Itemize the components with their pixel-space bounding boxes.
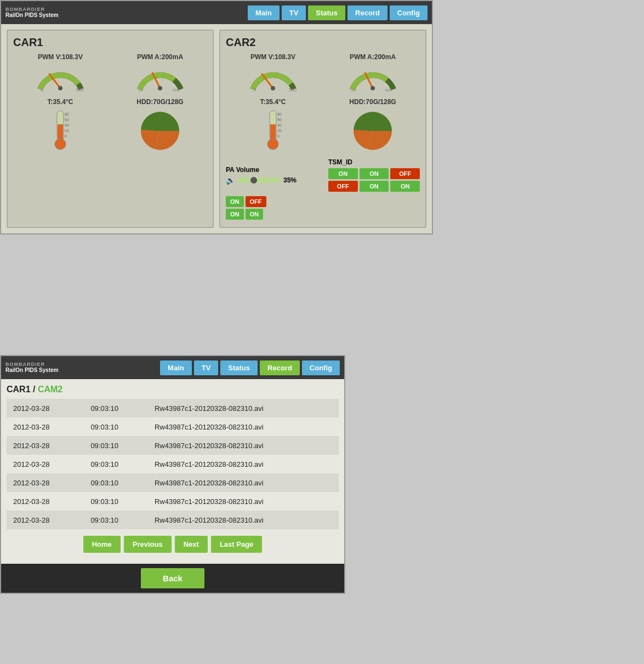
tsm-on-off-grid: ON ON OFF OFF ON ON — [328, 168, 420, 192]
pa-slider-thumb[interactable] — [250, 177, 257, 184]
pagination-next[interactable]: Next — [175, 536, 208, 553]
car2-gauges: PWM V:108.3V 0 140 PWM A:200mA — [226, 53, 420, 94]
status-nav-status[interactable]: Status — [308, 5, 345, 20]
record-date: 2012-03-28 — [7, 492, 84, 511]
svg-text:20: 20 — [65, 129, 69, 133]
car2-title: CAR2 — [226, 36, 420, 49]
record-time: 09:03:10 — [84, 436, 148, 455]
status-nav-tv[interactable]: TV — [282, 5, 306, 20]
pa-slider-track[interactable] — [237, 178, 281, 183]
car1-amp-gauge: 50 480 — [137, 63, 184, 91]
status-nav-record[interactable]: Record — [347, 5, 387, 20]
tsm-btn-on1[interactable]: ON — [328, 168, 358, 179]
tsm-btn-off2[interactable]: OFF — [328, 181, 358, 192]
pa-slider-row: 🔈 35% — [226, 176, 317, 185]
on-off-row1: ON OFF — [226, 196, 420, 207]
record-date: 2012-03-28 — [7, 417, 84, 436]
record-file: Rw43987c1-20120328-082310.avi — [148, 399, 339, 417]
status-window: BOMBARDIER RailOn PIDS System Main TV St… — [0, 0, 433, 234]
svg-text:40: 40 — [277, 123, 282, 127]
table-row[interactable]: 2012-03-28 09:03:10 Rw43987c1-20120328-0… — [7, 455, 339, 473]
car2-amp-gauge: 50 480 — [350, 63, 396, 91]
car2-thermo-row: T:35.4°C 80 60 40 20 0 HD — [226, 98, 420, 154]
table-row[interactable]: 2012-03-28 09:03:10 Rw43987c1-20120328-0… — [7, 511, 339, 529]
tsm-btn-on4[interactable]: ON — [390, 181, 420, 192]
record-file: Rw43987c1-20120328-082310.avi — [148, 473, 339, 492]
record-header: BOMBARDIER RailOn PIDS System Main TV St… — [1, 356, 344, 379]
svg-point-10 — [58, 86, 62, 90]
svg-text:50: 50 — [351, 88, 356, 93]
extra-on2[interactable]: ON — [226, 209, 244, 220]
pagination-last[interactable]: Last Page — [211, 536, 262, 553]
car2-pwm-a: PWM A:200mA 50 480 — [326, 53, 420, 94]
svg-text:0: 0 — [253, 87, 256, 93]
car2-hdd-pie — [348, 108, 397, 152]
tsm-btn-on2[interactable]: ON — [360, 168, 389, 179]
record-file: Rw43987c1-20120328-082310.avi — [148, 436, 339, 455]
car2-panel: CAR2 PWM V:108.3V 0 140 — [219, 30, 426, 228]
record-nav-config[interactable]: Config — [302, 360, 340, 375]
breadcrumb-car: CAR1 — [7, 385, 31, 394]
table-row[interactable]: 2012-03-28 09:03:10 Rw43987c1-20120328-0… — [7, 417, 339, 436]
svg-text:0: 0 — [277, 134, 280, 138]
pagination-previous[interactable]: Previous — [124, 536, 172, 553]
status-nav-config[interactable]: Config — [390, 5, 428, 20]
svg-text:50: 50 — [138, 88, 143, 93]
car2-hdd: HDD:70G/128G — [326, 98, 420, 154]
status-content: CAR1 PWM V:108.3V 0 140 — [1, 24, 432, 233]
extra-on-off: ON OFF ON ON — [226, 196, 420, 220]
table-row[interactable]: 2012-03-28 09:03:10 Rw43987c1-20120328-0… — [7, 473, 339, 492]
speaker-icon: 🔈 — [226, 176, 235, 185]
back-button[interactable]: Back — [141, 568, 204, 588]
record-window: BOMBARDIER RailOn PIDS System Main TV St… — [0, 355, 345, 594]
car1-thermometer: 80 60 40 20 0 — [49, 108, 71, 152]
pagination-home[interactable]: Home — [83, 536, 121, 553]
record-date: 2012-03-28 — [7, 455, 84, 473]
table-row[interactable]: 2012-03-28 09:03:10 Rw43987c1-20120328-0… — [7, 492, 339, 511]
record-time: 09:03:10 — [84, 492, 148, 511]
car1-hdd: HDD:70G/128G — [113, 98, 207, 154]
table-row[interactable]: 2012-03-28 09:03:10 Rw43987c1-20120328-0… — [7, 436, 339, 455]
record-date: 2012-03-28 — [7, 511, 84, 529]
pa-volume-section: PA Volume 🔈 35% — [226, 166, 317, 185]
record-footer: Back — [1, 564, 344, 593]
status-nav-main[interactable]: Main — [248, 5, 280, 20]
car1-panel: CAR1 PWM V:108.3V 0 140 — [7, 30, 214, 228]
record-date: 2012-03-28 — [7, 399, 84, 417]
record-time: 09:03:10 — [84, 455, 148, 473]
car1-pwm-a: PWM A:200mA 50 480 — [113, 53, 207, 94]
svg-text:40: 40 — [65, 123, 69, 127]
tsm-btn-off1[interactable]: OFF — [390, 168, 420, 179]
breadcrumb-cam: CAM2 — [38, 385, 62, 394]
svg-point-14 — [158, 86, 162, 90]
record-pagination: Home Previous Next Last Page — [7, 536, 339, 553]
tsm-section: TSM_ID ON ON OFF OFF ON ON — [328, 158, 420, 192]
svg-point-35 — [267, 139, 278, 150]
pa-tsm-row: PA Volume 🔈 35% TSM_ID ON — [226, 158, 420, 192]
tsm-btn-on3[interactable]: ON — [360, 181, 389, 192]
record-file: Rw43987c1-20120328-082310.avi — [148, 492, 339, 511]
table-row[interactable]: 2012-03-28 09:03:10 Rw43987c1-20120328-0… — [7, 399, 339, 417]
record-nav-record[interactable]: Record — [260, 360, 300, 375]
record-nav-main[interactable]: Main — [160, 360, 192, 375]
extra-on3[interactable]: ON — [246, 209, 264, 220]
car1-thermo-row: T:35.4°C 80 60 40 20 0 HD — [13, 98, 207, 154]
record-nav-tv[interactable]: TV — [194, 360, 219, 375]
record-nav-status[interactable]: Status — [220, 360, 258, 375]
extra-on1[interactable]: ON — [226, 196, 244, 207]
record-date: 2012-03-28 — [7, 436, 84, 455]
record-content: CAR1 / CAM2 2012-03-28 09:03:10 Rw43987c… — [1, 379, 344, 564]
svg-text:140: 140 — [288, 87, 297, 93]
pa-percent: 35% — [283, 176, 297, 184]
extra-off1[interactable]: OFF — [246, 196, 266, 207]
svg-text:480: 480 — [172, 88, 180, 93]
status-header: BOMBARDIER RailOn PIDS System Main TV St… — [1, 1, 432, 24]
car1-volt-gauge: 0 140 — [37, 63, 84, 91]
record-time: 09:03:10 — [84, 399, 148, 417]
svg-text:60: 60 — [65, 118, 69, 122]
car2-volt-gauge: 0 140 — [250, 63, 297, 91]
car2-temp: T:35.4°C 80 60 40 20 0 — [226, 98, 320, 154]
svg-point-30 — [371, 86, 375, 90]
car1-temp: T:35.4°C 80 60 40 20 0 — [13, 98, 107, 154]
svg-text:140: 140 — [76, 87, 84, 93]
